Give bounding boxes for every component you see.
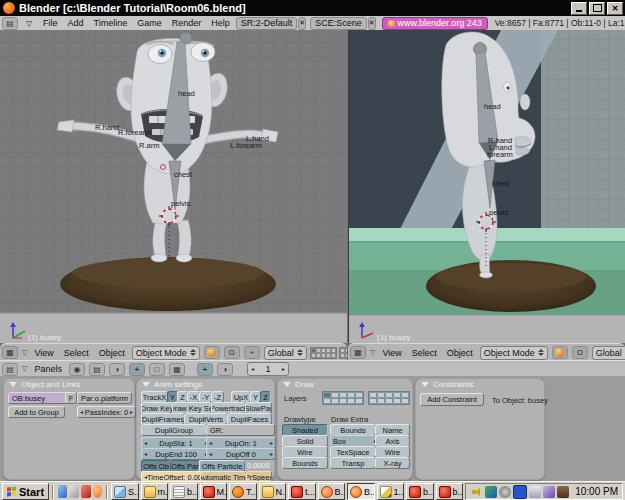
tray-icon-6[interactable] [557, 486, 569, 498]
title-bar[interactable]: Blender [c:\Blender Tutorial\Room06.blen… [0, 0, 625, 16]
viewport-side-canvas[interactable]: head R.hand L.hand forearm chest pelvis … [349, 30, 625, 343]
restore-button[interactable] [589, 2, 605, 15]
select-menu[interactable]: Select [407, 348, 442, 358]
object-menu[interactable]: Object [94, 348, 130, 358]
editor-type-button[interactable]: ▦ [2, 346, 18, 359]
quicklaunch-icon-1[interactable] [58, 485, 68, 498]
pass-index-field[interactable]: ◂ PassIndex: 0 ▸ [77, 406, 136, 418]
mode-dropdown[interactable]: Object Mode [132, 346, 200, 360]
viewport-side[interactable]: head R.hand L.hand forearm chest pelvis … [348, 30, 625, 343]
panel-header[interactable]: Anim settings [137, 379, 274, 390]
panel-header[interactable]: Draw [278, 379, 412, 390]
task-button-4[interactable]: M.. [200, 483, 228, 500]
menu-game[interactable]: Game [132, 18, 167, 28]
parent-field[interactable]: Par:o.platform [77, 392, 132, 404]
orientation-dropdown[interactable]: Global [264, 346, 307, 360]
task-button-6[interactable]: N.. [259, 483, 287, 500]
orientation-dropdown[interactable]: Global [592, 346, 625, 360]
screen-selector[interactable]: SR:2-Default [236, 17, 298, 30]
group-field[interactable]: GR: [206, 424, 275, 436]
pivot-button[interactable]: Ω [224, 346, 240, 359]
ob-name-field[interactable]: OB:busey [8, 392, 68, 404]
window-type-button[interactable]: ▤ [2, 17, 18, 30]
task-button-10[interactable]: 1.. [377, 483, 405, 500]
dupoff-field[interactable]: ◂ DupOff 0 ▸ [206, 448, 276, 460]
spinner-left-icon[interactable]: ◂ [144, 451, 147, 457]
spinner-left-icon[interactable]: ◂ [251, 366, 254, 372]
tray-icon-2[interactable] [499, 486, 511, 498]
task-button-11[interactable]: b.. [406, 483, 434, 500]
tray-icon-3[interactable] [513, 485, 527, 499]
viewport-front[interactable]: head R.hand R.forearm R.arm chest pelvis… [0, 30, 347, 343]
task-button-7[interactable]: t... [288, 483, 316, 500]
shading-context-button[interactable]: ◑ [109, 363, 125, 376]
scene-delete-button[interactable]: ✕ [368, 17, 376, 30]
fake-user-button[interactable]: F [65, 392, 77, 404]
select-menu[interactable]: Select [59, 348, 94, 358]
quicklaunch-icon-2[interactable] [69, 485, 79, 498]
spinner-left-icon[interactable]: ◂ [80, 409, 83, 415]
view-menu[interactable]: View [29, 348, 58, 358]
physics-subcontext-button[interactable]: ◑ [217, 363, 233, 376]
scene-context-button[interactable]: ▦ [169, 363, 185, 376]
spinner-right-icon[interactable]: ▸ [270, 451, 273, 457]
layer-buttons-2[interactable] [339, 347, 347, 359]
task-button-8[interactable]: B.. [318, 483, 346, 500]
pivot-button[interactable]: Ω [572, 346, 588, 359]
manipulator-button[interactable]: + [244, 346, 260, 359]
dupligroup-button[interactable]: DupliGroup [141, 424, 207, 436]
object-context-button[interactable]: + [129, 363, 145, 376]
viewport-front-canvas[interactable]: head R.hand R.forearm R.arm chest pelvis… [0, 30, 347, 343]
header-collapse-icon[interactable]: ▽ [22, 18, 36, 29]
tray-icon-1[interactable] [485, 486, 497, 498]
xray-button[interactable]: X-ray [375, 457, 410, 469]
close-button[interactable]: ✕ [607, 2, 623, 15]
mode-dropdown[interactable]: Object Mode [480, 346, 548, 360]
task-button-1[interactable]: S.. [111, 483, 139, 500]
frame-number-field[interactable]: ◂ 1 ▸ [247, 362, 289, 376]
screen-delete-button[interactable]: ✕ [298, 17, 306, 30]
menu-add[interactable]: Add [63, 18, 89, 28]
spinner-left-icon[interactable]: ◂ [144, 440, 147, 446]
menu-timeline[interactable]: Timeline [89, 18, 133, 28]
dupend-field[interactable]: ◂ DupEnd 100 ▸ [141, 448, 211, 460]
task-button-2[interactable]: m.. [141, 483, 169, 500]
tray-icon-4[interactable] [529, 486, 541, 498]
object-subcontext-button[interactable]: + [197, 363, 213, 376]
quicklaunch-icon-3[interactable] [81, 485, 91, 498]
quicklaunch-icon-4[interactable] [93, 485, 103, 498]
minimize-button[interactable] [571, 2, 587, 15]
drawtype-bounds-button[interactable]: Bounds [282, 457, 328, 469]
transp-button[interactable]: Transp [330, 457, 376, 469]
spinner-right-icon[interactable]: ▸ [282, 366, 285, 372]
start-button[interactable]: Start [2, 483, 49, 500]
draw-mode-button[interactable] [204, 346, 220, 359]
spinner-right-icon[interactable]: ▸ [270, 440, 273, 446]
logic-context-button[interactable]: ◉ [69, 363, 85, 376]
script-context-button[interactable]: ▤ [89, 363, 105, 376]
task-button-5[interactable]: T.. [229, 483, 257, 500]
volume-icon[interactable] [471, 486, 483, 498]
layer-buttons-1[interactable] [310, 347, 337, 359]
draw-layer-grid-1[interactable] [322, 391, 364, 405]
editing-context-button[interactable]: □ [149, 363, 165, 376]
task-button-9-active[interactable]: B.. [347, 483, 375, 500]
panel-header[interactable]: Object and Links [4, 379, 134, 390]
draw-layer-grid-2[interactable] [368, 391, 410, 405]
scene-selector[interactable]: SCE:Scene [310, 17, 367, 30]
spinner-right-icon[interactable]: ▸ [130, 409, 133, 415]
task-button-3[interactable]: b.. [170, 483, 198, 500]
tray-icon-5[interactable] [543, 486, 555, 498]
spinner-left-icon[interactable]: ◂ [209, 440, 212, 446]
view-menu[interactable]: View [377, 348, 406, 358]
header-collapse-icon[interactable]: ▽ [370, 349, 375, 357]
add-to-group-button[interactable]: Add to Group [8, 406, 65, 418]
add-constraint-button[interactable]: Add Constraint [420, 393, 484, 406]
menu-file[interactable]: File [38, 18, 63, 28]
header-collapse-icon[interactable]: ▽ [22, 349, 27, 357]
object-menu[interactable]: Object [442, 348, 478, 358]
panel-header[interactable]: Constraints [416, 379, 544, 390]
editor-type-button[interactable]: ▦ [350, 346, 366, 359]
draw-mode-button[interactable] [552, 346, 568, 359]
menu-help[interactable]: Help [206, 18, 235, 28]
